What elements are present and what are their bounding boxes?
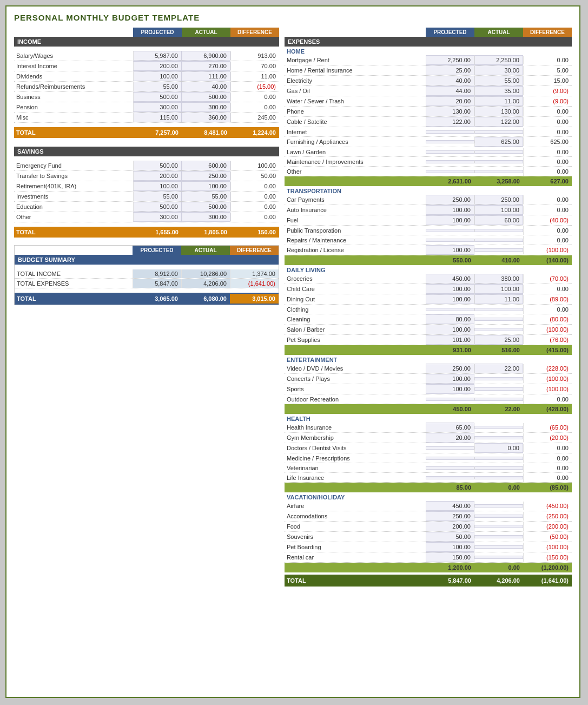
income-projected-header: PROJECTED [133,28,182,37]
table-row: Internet 0.00 [285,127,572,137]
left-column: PROJECTED ACTUAL DIFFERENCE INCOME Salar… [14,28,279,587]
table-row: Car Payments 250.00 250.00 0.00 [285,195,572,205]
expenses-projected-header: PROJECTED [426,28,474,37]
table-row: Other 300.00 300.00 0.00 [14,212,279,222]
right-column: PROJECTED ACTUAL DIFFERENCE EXPENSES HOM… [285,28,572,587]
expenses-col-headers: PROJECTED ACTUAL DIFFERENCE [285,28,572,37]
entertainment-subsection-header: ENTERTAINMENT [285,355,572,364]
entertainment-section: ENTERTAINMENT Video / DVD / Movies 250.0… [285,355,572,414]
income-actual-header: ACTUAL [182,28,230,37]
budget-summary-section: PROJECTED ACTUAL DIFFERENCE BUDGET SUMMA… [14,245,279,305]
table-row: Food 200.00 (200.00) [285,522,572,532]
health-subsection-header: HEALTH [285,414,572,423]
table-row: Education 500.00 500.00 0.00 [14,202,279,212]
income-col-headers: PROJECTED ACTUAL DIFFERENCE [14,28,279,37]
budget-summary-header: BUDGET SUMMARY [15,255,279,265]
table-row: Refunds/Reimbursements 55.00 40.00 (15.0… [14,82,279,92]
table-row: Outdoor Recreation 0.00 [285,394,572,404]
table-row: Gym Membership 20.00 (20.00) [285,433,572,443]
table-row: Phone 130.00 130.00 0.00 [285,107,572,117]
home-section: HOME Mortgage / Rent 2,250.00 2,250.00 0… [285,47,572,186]
table-row: Repairs / Maintenance 0.00 [285,235,572,245]
table-row: Gas / Oil 44.00 35.00 (9.00) [285,86,572,96]
health-subtotal-row: 85.00 0.00 (85.00) [285,483,572,492]
daily-living-subsection-header: DAILY LIVING [285,265,572,274]
income-section: PROJECTED ACTUAL DIFFERENCE INCOME Salar… [14,28,279,138]
table-row: Airfare 450.00 (450.00) [285,501,572,511]
table-row: Accomodations 250.00 (250.00) [285,511,572,522]
expenses-grand-total-row: TOTAL 5,847.00 4,206.00 (1,641.00) [285,575,572,587]
table-row: Water / Sewer / Trash 20.00 11.00 (9.00) [285,96,572,107]
savings-section: SAVINGS Emergency Fund 500.00 600.00 100… [14,147,279,238]
health-section: HEALTH Health Insurance 65.00 (65.00) Gy… [285,414,572,492]
table-row: Cleaning 80.00 (80.00) [285,314,572,325]
table-row: Rental car 150.00 (150.00) [285,552,572,563]
table-row: Pension 300.00 300.00 0.00 [14,102,279,113]
table-row: Furnishing / Appliances 625.00 625.00 [285,137,572,147]
table-row: Mortgage / Rent 2,250.00 2,250.00 0.00 [285,55,572,65]
savings-total-row: TOTAL 1,655.00 1,805.00 150.00 [14,227,279,238]
home-subsection-header: HOME [285,47,572,55]
table-row: Dividends 100.00 111.00 11.00 [14,71,279,82]
table-row: Public Transporation 0.00 [285,226,572,235]
table-row: Misc 115.00 360.00 245.00 [14,113,279,123]
transportation-subtotal-row: 550.00 410.00 (140.00) [285,255,572,265]
table-row: Groceries 450.00 380.00 (70.00) [285,274,572,284]
table-row: Souvenirs 50.00 (50.00) [285,532,572,542]
table-row: Concerts / Plays 100.00 (100.00) [285,374,572,384]
table-row: Medicine / Prescriptions 0.00 [285,453,572,463]
page: PERSONAL MONTHLY BUDGET TEMPLATE PROJECT… [5,5,580,698]
table-row: Registration / License 100.00 (100.00) [285,245,572,255]
table-row: Child Care 100.00 100.00 0.00 [285,284,572,294]
table-row: Retirement(401K, IRA) 100.00 100.00 0.00 [14,181,279,192]
table-row: Salon / Barber 100.00 (100.00) [285,325,572,335]
expenses-section-header: EXPENSES [285,37,572,47]
entertainment-subtotal-row: 450.00 22.00 (428.00) [285,404,572,414]
table-row: Business 500.00 500.00 0.00 [14,92,279,102]
vacation-subsection-header: VACATION/HOLIDAY [285,492,572,501]
income-total-row: TOTAL 7,257.00 8,481.00 1,224.00 [14,127,279,138]
table-row: Veterinarian 0.00 [285,463,572,473]
table-row: Lawn / Garden 0.00 [285,147,572,157]
table-row: TOTAL INCOME 8,912.00 10,286.00 1,374.00 [15,269,279,279]
expenses-actual-header: ACTUAL [474,28,523,37]
table-row: Electricity 40.00 55.00 15.00 [285,76,572,86]
table-row: Health Insurance 65.00 (65.00) [285,423,572,433]
vacation-subtotal-row: 1,200.00 0.00 (1,200.00) [285,563,572,572]
transportation-subsection-header: TRANSPORTATION [285,186,572,195]
transportation-section: TRANSPORTATION Car Payments 250.00 250.0… [285,186,572,265]
home-subtotal-row: 2,631.00 3,258.00 627.00 [285,176,572,186]
expenses-difference-header: DIFFERENCE [523,28,572,37]
table-row: Transfer to Savings 200.00 250.00 50.00 [14,171,279,181]
table-row: Sports 100.00 (100.00) [285,384,572,394]
table-row: TOTAL EXPENSES 5,847.00 4,206.00 (1,641.… [15,279,279,288]
daily-living-section: DAILY LIVING Groceries 450.00 380.00 (70… [285,265,572,355]
summary-projected-header: PROJECTED [133,246,181,255]
table-row: Investments 55.00 55.00 0.00 [14,192,279,202]
table-row: Salary/Wages 5,987.00 6,900.00 913.00 [14,51,279,61]
table-row: Emergency Fund 500.00 600.00 100.00 [14,161,279,171]
summary-actual-header: ACTUAL [181,246,230,255]
table-row: Pet Supplies 101.00 25.00 (76.00) [285,335,572,345]
summary-difference-header: DIFFERENCE [230,246,279,255]
table-row: Life Insurance 0.00 [285,473,572,483]
savings-section-header: SAVINGS [14,147,279,156]
income-difference-header: DIFFERENCE [230,28,279,37]
page-title: PERSONAL MONTHLY BUDGET TEMPLATE [14,13,572,22]
table-row: Other 0.00 [285,167,572,176]
table-row: Cable / Satelite 122.00 122.00 0.00 [285,117,572,127]
vacation-section: VACATION/HOLIDAY Airfare 450.00 (450.00)… [285,492,572,572]
budget-summary-total-row: TOTAL 3,065.00 6,080.00 3,015.00 [15,293,279,305]
table-row: Clothing 0.00 [285,305,572,314]
table-row: Fuel 100.00 60.00 (40.00) [285,215,572,226]
table-row: Interest Income 200.00 270.00 70.00 [14,61,279,71]
table-row: Auto Insurance 100.00 100.00 0.00 [285,205,572,215]
table-row: Video / DVD / Movies 250.00 22.00 (228.0… [285,364,572,374]
daily-living-subtotal-row: 931.00 516.00 (415.00) [285,345,572,355]
table-row: Dining Out 100.00 11.00 (89.00) [285,294,572,305]
table-row: Maintenance / Improvements 0.00 [285,157,572,167]
table-row: Pet Boarding 100.00 (100.00) [285,542,572,552]
table-row: Doctors / Dentist Visits 0.00 0.00 [285,443,572,453]
income-section-header: INCOME [14,37,279,47]
table-row: Home / Rental Insurance 25.00 30.00 5.00 [285,65,572,76]
